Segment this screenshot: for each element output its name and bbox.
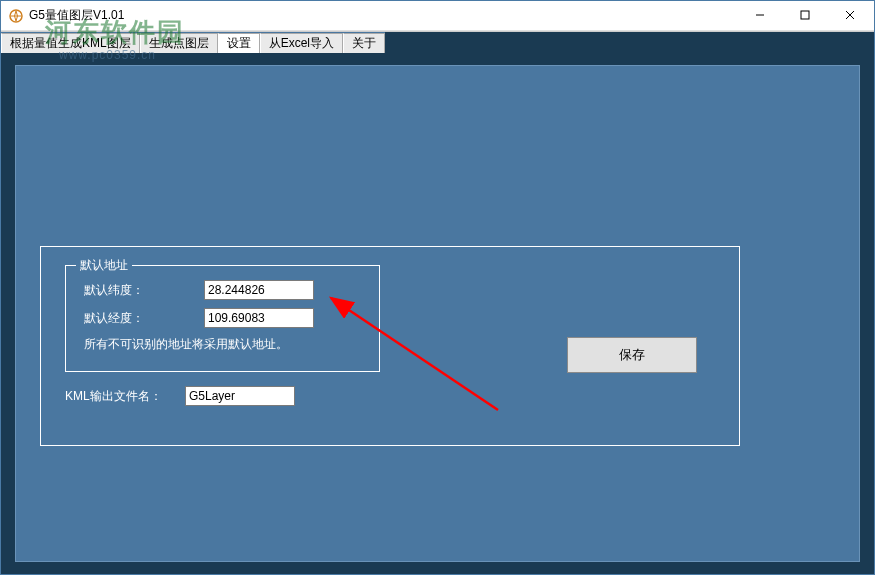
- titlebar: G5量值图层V1.01: [1, 1, 874, 31]
- window-title: G5量值图层V1.01: [29, 7, 124, 24]
- maximize-button[interactable]: [782, 1, 827, 29]
- app-icon: [9, 9, 23, 23]
- latitude-input[interactable]: [204, 280, 314, 300]
- tab-excel-import[interactable]: 从Excel导入: [260, 33, 343, 54]
- svg-rect-2: [801, 11, 809, 19]
- save-button[interactable]: 保存: [567, 337, 697, 373]
- longitude-row: 默认经度：: [84, 308, 361, 328]
- tab-bar: 根据量值生成KML图层 生成点图层 设置 从Excel导入 关于: [1, 31, 874, 53]
- tab-about[interactable]: 关于: [343, 33, 385, 54]
- fieldset-legend: 默认地址: [76, 257, 132, 274]
- latitude-row: 默认纬度：: [84, 280, 361, 300]
- titlebar-left: G5量值图层V1.01: [3, 7, 124, 24]
- longitude-label: 默认经度：: [84, 310, 204, 327]
- latitude-label: 默认纬度：: [84, 282, 204, 299]
- app-window: G5量值图层V1.01 根据量值生成KML图层 生成点图层 设置 从Excel导…: [0, 0, 875, 575]
- window-controls: [737, 1, 872, 30]
- minimize-button[interactable]: [737, 1, 782, 29]
- output-filename-input[interactable]: [185, 386, 295, 406]
- output-filename-row: KML输出文件名：: [65, 386, 715, 406]
- tabbar-filler: [385, 32, 874, 53]
- tab-generate-points[interactable]: 生成点图层: [140, 33, 218, 54]
- content-area: 默认地址 默认纬度： 默认经度： 所有不可识别的地址将采用默认地址。: [1, 53, 874, 574]
- settings-panel: 默认地址 默认纬度： 默认经度： 所有不可识别的地址将采用默认地址。: [15, 65, 860, 562]
- close-button[interactable]: [827, 1, 872, 29]
- output-label: KML输出文件名：: [65, 388, 185, 405]
- tab-generate-kml[interactable]: 根据量值生成KML图层: [1, 33, 140, 54]
- tab-settings[interactable]: 设置: [218, 33, 260, 54]
- longitude-input[interactable]: [204, 308, 314, 328]
- settings-group: 默认地址 默认纬度： 默认经度： 所有不可识别的地址将采用默认地址。: [40, 246, 740, 446]
- default-address-fieldset: 默认地址 默认纬度： 默认经度： 所有不可识别的地址将采用默认地址。: [65, 265, 380, 372]
- hint-text: 所有不可识别的地址将采用默认地址。: [84, 336, 361, 353]
